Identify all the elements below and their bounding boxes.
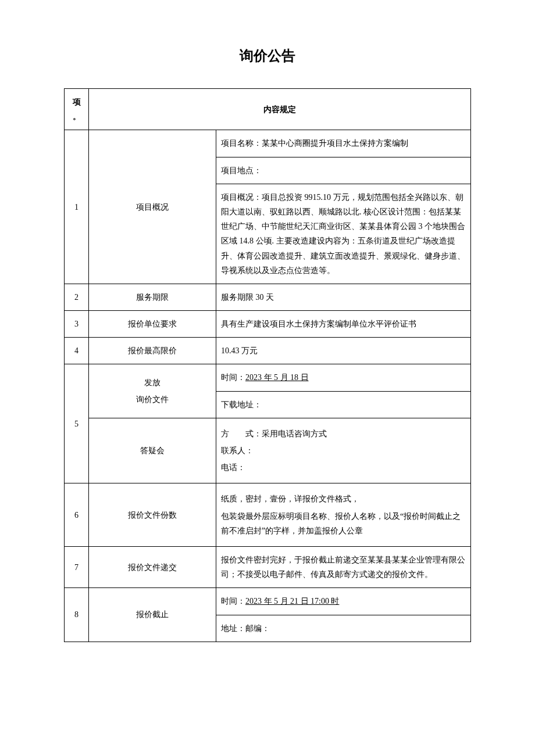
row1-project-overview: 项目概况：项目总投资 9915.10 万元，规划范围包括全兴路以东、朝阳大道以南… [216, 184, 471, 284]
header-col-content: 内容规定 [89, 89, 471, 130]
row3-index: 3 [65, 311, 89, 338]
row7-index: 7 [65, 546, 89, 587]
row4-index: 4 [65, 338, 89, 364]
row5-sub-qa: 答疑会 [89, 418, 216, 483]
row5-qa-phone: 电话： [221, 460, 466, 475]
row8-time-value: 2023 年 5 月 21 日 17:00 时 [245, 597, 339, 605]
table-row: 4 报价最高限价 10.43 万元 [65, 338, 471, 364]
row6-label: 报价文件份数 [89, 483, 216, 547]
row2-content: 服务期限 30 天 [216, 284, 471, 310]
row3-content: 具有生产建设项目水土保持方案编制单位水平评价证书 [216, 311, 471, 338]
table-row: 1 项目概况 项目名称：某某中心商圈提升项目水土保持方案编制 [65, 130, 471, 157]
row5-time-prefix: 时间： [221, 373, 245, 382]
row5-qa-content: 方 式：采用电话咨询方式 联系人： 电话： [216, 418, 471, 483]
row7-content: 报价文件密封完好，于报价截止前递交至某某县某某企业管理有限公司；不接受以电子邮件… [216, 546, 471, 587]
row2-index: 2 [65, 284, 89, 310]
row1-project-location: 项目地点： [216, 157, 471, 184]
table-row: 8 报价截止 时间：2023 年 5 月 21 日 17:00 时 [65, 588, 471, 615]
row5-download: 下载地址： [216, 391, 471, 418]
row1-project-name: 项目名称：某某中心商圈提升项目水土保持方案编制 [216, 130, 471, 157]
table-row: 3 报价单位要求 具有生产建设项目水土保持方案编制单位水平评价证书 [65, 311, 471, 338]
row5-sub-release-line1: 发放 [94, 375, 211, 390]
row8-time-prefix: 时间： [221, 597, 245, 605]
row5-sub-release-line2: 询价文件 [94, 392, 211, 407]
header-col-index: 项。 [65, 89, 89, 130]
row5-sub-release: 发放 询价文件 [89, 364, 216, 418]
page-title: 询价公告 [64, 46, 471, 65]
table-row: 6 报价文件份数 纸质，密封，壹份，详报价文件格式， 包装袋最外层应标明项目名称… [65, 483, 471, 547]
row6-content: 纸质，密封，壹份，详报价文件格式， 包装袋最外层应标明项目名称、报价人名称，以及… [216, 483, 471, 547]
row6-index: 6 [65, 483, 89, 547]
row2-label: 服务期限 [89, 284, 216, 310]
row5-time-value: 2023 年 5 月 18 日 [245, 373, 309, 382]
table-header-row: 项。 内容规定 [65, 89, 471, 130]
table-row: 2 服务期限 服务期限 30 天 [65, 284, 471, 310]
table-row: 答疑会 方 式：采用电话咨询方式 联系人： 电话： [65, 418, 471, 483]
row5-index: 5 [65, 364, 89, 483]
row8-time: 时间：2023 年 5 月 21 日 17:00 时 [216, 588, 471, 615]
row5-qa-method: 方 式：采用电话咨询方式 [221, 427, 466, 441]
row4-label: 报价最高限价 [89, 338, 216, 364]
row6-line2: 包装袋最外层应标明项目名称、报价人名称，以及“报价时间截止之前不准启封”的字样，… [221, 509, 466, 538]
row3-label: 报价单位要求 [89, 311, 216, 338]
row8-addr: 地址：邮编： [216, 615, 471, 642]
row7-label: 报价文件递交 [89, 546, 216, 587]
table-row: 7 报价文件递交 报价文件密封完好，于报价截止前递交至某某县某某企业管理有限公司… [65, 546, 471, 587]
row5-qa-contact: 联系人： [221, 443, 466, 458]
row6-line1: 纸质，密封，壹份，详报价文件格式， [221, 492, 466, 506]
row8-index: 8 [65, 588, 89, 642]
row1-index: 1 [65, 130, 89, 284]
row4-content: 10.43 万元 [216, 338, 471, 364]
announcement-table: 项。 内容规定 1 项目概况 项目名称：某某中心商圈提升项目水土保持方案编制 项… [64, 88, 471, 642]
row5-release-time: 时间：2023 年 5 月 18 日 [216, 364, 471, 391]
table-row: 5 发放 询价文件 时间：2023 年 5 月 18 日 [65, 364, 471, 391]
row1-label: 项目概况 [89, 130, 216, 284]
row8-label: 报价截止 [89, 588, 216, 642]
